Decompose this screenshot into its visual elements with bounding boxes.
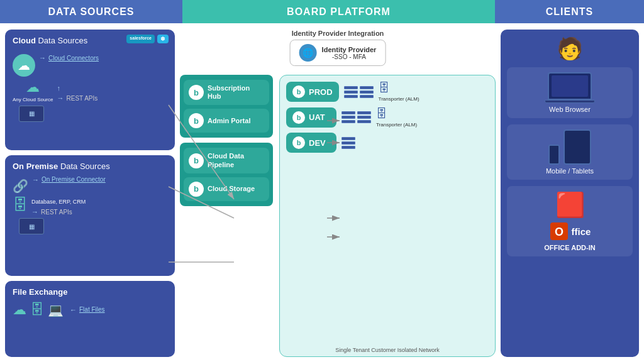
identity-integration-label: Identity Provider Integration <box>290 30 386 37</box>
rest-api-icon-premise: ▦ <box>19 218 44 234</box>
uat-b-icon: b <box>292 111 305 124</box>
header-data-sources: DATA SOURCES <box>0 0 182 23</box>
mobile-tablets-device: Mobile / Tablets <box>507 124 633 180</box>
snowflake-badge: ❄ <box>157 35 169 43</box>
single-tenant-label: Single Tenant Customer Isolated Network <box>335 347 439 353</box>
database-row: 🗄 Database, ERP, CRM → REST APIs <box>13 196 167 216</box>
office-logo-svg: O <box>549 221 569 241</box>
file-exchange-icons-row: ☁ 🗄 💻 ← Flat Files <box>13 302 167 318</box>
server-icon: 🗄 <box>30 302 44 318</box>
admin-portal-btn[interactable]: b Admin Portal <box>184 109 269 133</box>
laptop-base <box>545 100 595 103</box>
bp-main-content: b Subscription Hub b Admin Portal b Clou… <box>180 75 496 357</box>
cloud-storage-label: Cloud Storage <box>208 185 255 193</box>
on-premise-box: On Premise Data Sources 🔗 → On Premise C… <box>5 155 175 276</box>
flat-files-label: Flat Files <box>79 306 105 313</box>
transporter-alm-1: 🗄 Transporter (ALM) <box>379 82 419 102</box>
clients-column: 🧑 Web Browser Mobile / Tablets 🟥 <box>501 30 639 357</box>
office-icon: 🟥 <box>555 191 585 219</box>
web-browser-label: Web Browser <box>549 106 591 113</box>
cloud-source-label: Any Cloud Source <box>13 97 53 103</box>
cloud-data-pipeline-btn[interactable]: b Cloud Data Pipeline <box>184 148 269 173</box>
dev-row: b DEV <box>286 133 489 153</box>
identity-provider-line1: Identity Provider <box>322 46 377 53</box>
cloud-data-pipeline-label: Cloud Data Pipeline <box>208 152 264 168</box>
file-exchange-title: File Exchange <box>13 287 167 297</box>
person-icon: 🧑 <box>557 36 583 61</box>
uat-server-icons <box>341 111 371 123</box>
phone-icon <box>548 145 560 165</box>
tablet-icon <box>564 129 591 165</box>
cloud-icon: ☁ <box>13 54 35 77</box>
on-premise-connector-row: 🔗 → On Premise Connector <box>13 176 167 194</box>
mobile-tablet-icons <box>548 129 591 165</box>
transporter-db-icon-2: 🗄 <box>376 107 417 121</box>
dev-label: DEV <box>309 138 326 148</box>
prod-server-icons <box>344 86 374 98</box>
subscription-hub-btn[interactable]: b Subscription Hub <box>184 80 269 105</box>
board-icon-hub: b <box>189 85 204 100</box>
cloud-source-icon: ☁ <box>26 79 40 96</box>
web-browser-device: Web Browser <box>507 67 633 118</box>
dev-b-icon: b <box>292 136 305 149</box>
header-clients: CLIENTS <box>495 0 644 23</box>
rest-api-label-premise: REST APIs <box>41 209 72 216</box>
prod-b-icon: b <box>292 85 305 98</box>
cloud-storage-btn[interactable]: b Cloud Storage <box>184 177 269 201</box>
admin-portal-label: Admin Portal <box>208 117 250 125</box>
uat-row: b UAT <box>286 107 489 128</box>
svg-text:O: O <box>555 226 564 238</box>
office-addin-label: OFFICE ADD-IN <box>544 244 595 251</box>
identity-provider-box: 🌐 Identity Provider -SSO - MFA <box>290 40 386 66</box>
identity-provider-line2: -SSO - MFA <box>322 53 377 60</box>
environments-container: b PROD <box>286 82 489 153</box>
cloud-connectors-label[interactable]: Cloud Connectors <box>48 55 99 62</box>
prod-label: PROD <box>309 87 333 97</box>
header-clients-label: CLIENTS <box>546 6 593 18</box>
dev-box: b DEV <box>286 133 336 153</box>
transporter-db-icon-1: 🗄 <box>379 82 419 95</box>
cloud-data-sources-box: Cloud Data Sources salesforce ❄ ☁ → Clou… <box>5 30 175 150</box>
cloud-badges: salesforce ❄ <box>126 35 169 43</box>
on-premise-connector-label[interactable]: On Premise Connector <box>42 176 106 183</box>
dev-server-icons <box>341 137 355 149</box>
header-data-sources-label: DATA SOURCES <box>48 6 134 18</box>
data-sources-column: Cloud Data Sources salesforce ❄ ☁ → Clou… <box>5 30 175 357</box>
on-premise-title: On Premise Data Sources <box>13 162 167 171</box>
board-icon-storage: b <box>189 182 204 197</box>
pipeline-storage-group: b Cloud Data Pipeline b Cloud Storage <box>180 143 273 206</box>
single-tenant-box: b PROD <box>279 75 496 357</box>
uat-label: UAT <box>309 112 325 122</box>
board-platform-column: Identity Provider Integration 🌐 Identity… <box>180 30 496 357</box>
subscription-hub-label: Subscription Hub <box>208 84 264 101</box>
header-board-platform-label: BOARD PLATFORM <box>287 6 391 18</box>
prod-row: b PROD <box>286 82 489 102</box>
any-cloud-row: ☁ Any Cloud Source ↑ → REST APIs <box>13 79 167 103</box>
header-board-platform: BOARD PLATFORM <box>182 0 495 23</box>
board-icon-admin: b <box>189 113 204 128</box>
salesforce-badge: salesforce <box>126 35 155 43</box>
rest-api-icon-cloud: ▦ <box>19 106 44 122</box>
rest-api-label-cloud: REST APIs <box>66 95 97 102</box>
database-label: Database, ERP, CRM <box>31 199 86 206</box>
prod-box: b PROD <box>286 82 339 102</box>
mobile-tablets-label: Mobile / Tablets <box>546 167 594 175</box>
transporter-alm-2: 🗄 Transporter (ALM) <box>376 107 417 128</box>
laptop-visual <box>545 72 595 103</box>
laptop-screen-inner <box>552 75 588 97</box>
chain-icon: 🔗 <box>13 178 28 194</box>
identity-provider-area: Identity Provider Integration 🌐 Identity… <box>290 30 386 66</box>
cloud-connectors-info: → Cloud Connectors <box>39 54 99 63</box>
uat-box: b UAT <box>286 107 336 128</box>
hub-portal-group: b Subscription Hub b Admin Portal <box>180 75 273 138</box>
cloud-storage-icon: ☁ <box>13 302 26 318</box>
laptop-screen-outer <box>548 72 592 100</box>
office-addin-device: 🟥 O ffice OFFICE ADD-IN <box>507 186 633 256</box>
cloud-connectors-row: ☁ → Cloud Connectors <box>13 54 167 77</box>
office-text: O ffice <box>549 221 591 241</box>
database-icon: 🗄 <box>13 196 28 214</box>
board-services-left: b Subscription Hub b Admin Portal b Clou… <box>180 75 273 357</box>
board-icon-pipeline: b <box>189 153 204 168</box>
laptop-file-icon: 💻 <box>48 302 64 317</box>
file-exchange-box: File Exchange ☁ 🗄 💻 ← Flat Files <box>5 281 175 357</box>
